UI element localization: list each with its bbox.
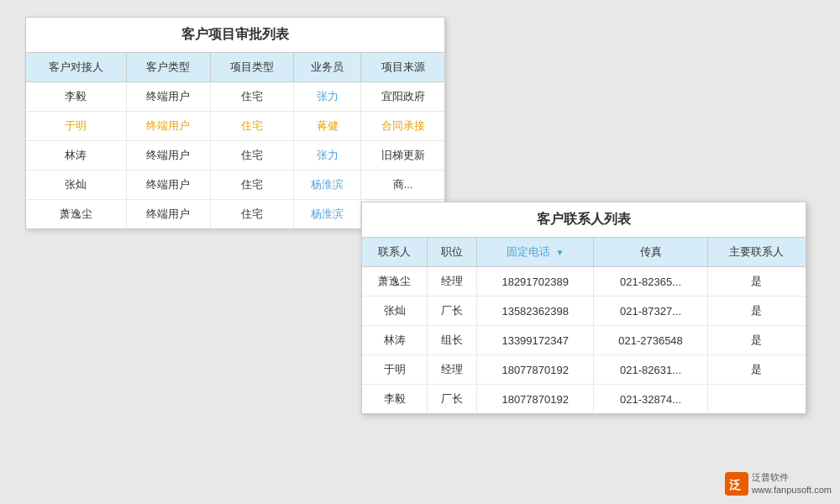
table2-contact: 萧逸尘 [362,267,428,297]
table1-source: 宜阳政府 [361,82,444,112]
table1-source: 商... [361,171,444,200]
table1-title: 客户项目审批列表 [26,18,444,53]
table1-salesperson: 蒋健 [294,112,361,141]
table1-row: 李毅终端用户住宅张力宜阳政府 [26,82,444,112]
table1-col-client-type: 客户类型 [126,53,210,82]
table2-contact: 李毅 [362,385,428,414]
table1-contact: 于明 [26,112,126,141]
table1-col-contact: 客户对接人 [26,53,126,82]
table2-phone: 13582362398 [476,297,594,326]
svg-text:泛: 泛 [729,478,742,491]
table2-position: 厂长 [428,385,477,414]
table2-row: 于明经理18077870192021-82631...是 [362,355,806,385]
sort-icon: ▼ [556,248,564,257]
table2-primary [707,385,806,414]
table1-client-type: 终端用户 [126,141,210,171]
table1-project-type: 住宅 [210,112,294,141]
watermark-logo: 泛 [725,472,748,496]
table2-col-phone[interactable]: 固定电话 ▼ [476,238,594,267]
table1-project-type: 住宅 [210,141,294,171]
table2-col-primary: 主要联系人 [707,238,806,267]
watermark-line1: 泛普软件 [752,471,832,483]
table1-client-type: 终端用户 [126,112,210,141]
table1-row: 张灿终端用户住宅杨淮滨商... [26,171,444,200]
table2-primary: 是 [707,267,806,297]
table2-header-row: 联系人 职位 固定电话 ▼ 传真 主要联系人 [362,238,806,267]
table1-row: 林涛终端用户住宅张力旧梯更新 [26,141,444,171]
table2-phone: 18291702389 [476,267,594,297]
table2-contact: 于明 [362,355,428,385]
table1-contact: 李毅 [26,82,126,112]
table2-col-fax: 传真 [594,238,707,267]
table1-source: 旧梯更新 [361,141,444,171]
table2-col-contact: 联系人 [362,238,428,267]
table2-row: 林涛组长13399172347021-2736548是 [362,326,806,355]
table2-position: 厂长 [428,297,477,326]
table2-position: 经理 [428,267,477,297]
table2-phone: 18077870192 [476,355,594,385]
table1-source: 合同承接 [361,112,444,141]
table2-row: 李毅厂长18077870192021-32874... [362,385,806,414]
table2: 联系人 职位 固定电话 ▼ 传真 主要联系人 萧逸尘经理182917023890… [362,238,806,413]
page-container: 客户项目审批列表 客户对接人 客户类型 项目类型 业务员 项目来源 李毅终端用户… [0,0,840,504]
table1-salesperson: 张力 [294,82,361,112]
table2-position: 经理 [428,355,477,385]
table1-wrapper: 客户项目审批列表 客户对接人 客户类型 项目类型 业务员 项目来源 李毅终端用户… [25,17,445,229]
table2-row: 萧逸尘经理18291702389021-82365...是 [362,267,806,297]
table2-contact: 张灿 [362,297,428,326]
table2-primary: 是 [707,326,806,355]
table1-project-type: 住宅 [210,82,294,112]
table1-salesperson: 张力 [294,141,361,171]
watermark-text: 泛普软件 www.fanpusoft.com [752,471,832,496]
table2-fax: 021-32874... [594,385,707,414]
table1-col-salesperson: 业务员 [294,53,361,82]
watermark-line2: www.fanpusoft.com [752,484,832,496]
table2-phone: 18077870192 [476,385,594,414]
table2-primary: 是 [707,297,806,326]
table1-col-source: 项目来源 [361,53,444,82]
table2-row: 张灿厂长13582362398021-87327...是 [362,297,806,326]
table2-fax: 021-82365... [594,267,707,297]
table2-wrapper: 客户联系人列表 联系人 职位 固定电话 ▼ 传真 主要联系人 萧逸尘经理1829… [361,202,806,414]
table1-client-type: 终端用户 [126,200,210,229]
table2-fax: 021-82631... [594,355,707,385]
table1-contact: 林涛 [26,141,126,171]
table1-client-type: 终端用户 [126,82,210,112]
table1-salesperson: 杨淮滨 [294,200,361,229]
table1-project-type: 住宅 [210,200,294,229]
table1-contact: 萧逸尘 [26,200,126,229]
table1-col-project-type: 项目类型 [210,53,294,82]
table1-client-type: 终端用户 [126,171,210,200]
table2-fax: 021-2736548 [594,326,707,355]
table2-position: 组长 [428,326,477,355]
table1-project-type: 住宅 [210,171,294,200]
table2-phone: 13399172347 [476,326,594,355]
table2-title: 客户联系人列表 [362,202,806,238]
table1-salesperson: 杨淮滨 [294,171,361,200]
table1-row: 于明终端用户住宅蒋健合同承接 [26,112,444,141]
table2-col-position: 职位 [428,238,477,267]
watermark: 泛 泛普软件 www.fanpusoft.com [725,471,832,496]
table2-primary: 是 [707,355,806,385]
table2-fax: 021-87327... [594,297,707,326]
table1-contact: 张灿 [26,171,126,200]
table2-contact: 林涛 [362,326,428,355]
brand-icon: 泛 [727,475,746,493]
table1-header-row: 客户对接人 客户类型 项目类型 业务员 项目来源 [26,53,444,82]
